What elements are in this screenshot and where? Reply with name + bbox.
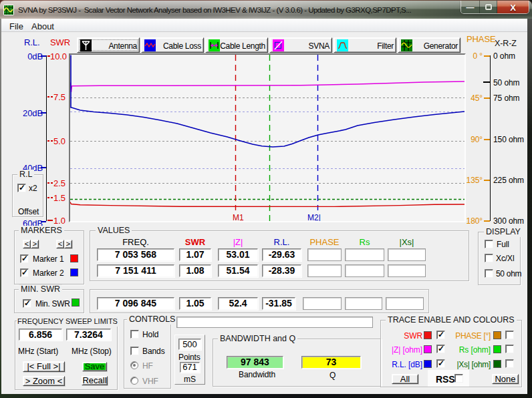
svg-text:M1: M1 — [233, 213, 244, 221]
svg-text:M2|: M2| — [307, 213, 321, 221]
